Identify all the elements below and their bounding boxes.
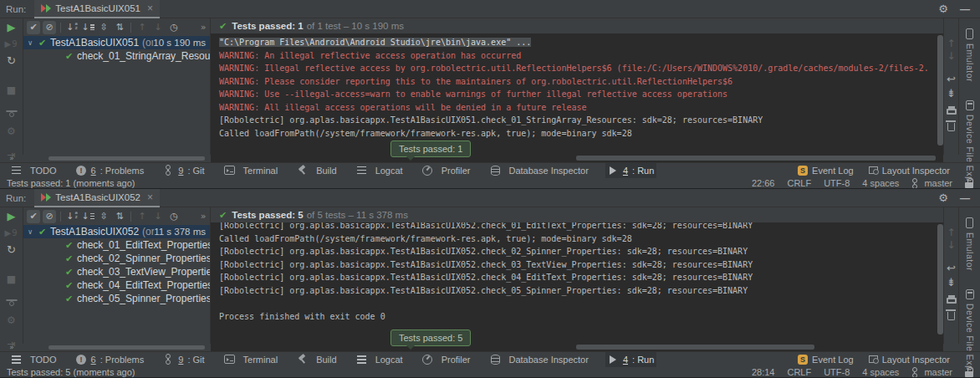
toolbar-problems[interactable]: 6: Problems [74,352,147,367]
toolbar-todo[interactable]: TODO [8,352,59,367]
next-occurrence-icon[interactable]: ↓ [947,240,955,251]
toggle-auto-test-icon[interactable]: ↻ [7,55,16,66]
expand-all-icon[interactable]: ⇳ [97,210,110,223]
caret-position[interactable]: 28:14 [752,367,775,377]
git-branch-widget[interactable]: master [911,178,952,189]
toolbar-logcat[interactable]: Logcat [354,163,406,178]
git-branch-widget[interactable]: master [911,367,952,378]
encoding-indicator[interactable]: UTF-8 [824,367,850,377]
event-log-button[interactable]: S Event Log [798,166,854,176]
soft-wrap-icon[interactable]: ↩ [947,263,956,273]
separator[interactable] [130,212,131,222]
show-ignored-icon[interactable]: ⊘ [43,21,56,34]
next-occurrence-icon[interactable]: ↓ [947,51,955,62]
run-tab[interactable]: TestA1BasicUIX051 × [34,0,160,18]
sidebar-item-emulator[interactable]: Emulator [965,217,975,271]
toolbar-git[interactable]: 9: Git [161,163,207,178]
clear-all-icon[interactable] [947,312,955,320]
test-settings-icon[interactable]: ⚙ [7,126,16,137]
toolbar-problems[interactable]: 6: Problems [74,163,147,178]
console-horizontal-scrollbar[interactable] [211,155,943,162]
sort-alphabetically-icon[interactable]: ↓ [65,210,79,223]
toolbar-database-inspector[interactable]: Database Inspector [487,163,591,178]
test-tree-row[interactable]: ✔ check_01_StringArray_Resources 10 s 19… [23,49,210,63]
hide-tool-window-icon[interactable]: — [960,3,970,15]
print-icon[interactable] [947,109,957,115]
test-tree-row[interactable]: ✔ check_05_Spinner_Properties 123 ms [23,292,210,305]
soft-wrap-icon[interactable]: ↩ [947,74,956,84]
console-vertical-scrollbar[interactable] [937,224,943,340]
rerun-failed-tests-icon[interactable]: ▶9 [4,38,18,49]
test-history-icon[interactable]: ◷ [167,210,181,223]
toolbar-profiler[interactable]: Profiler [420,163,473,178]
toolbar-overflow-chevron-icon[interactable]: » [199,21,207,34]
toolbar-build[interactable]: Build [294,352,339,367]
gear-icon[interactable]: ⚙ [938,3,948,15]
screenshot-icon[interactable] [6,110,18,112]
test-tree-row[interactable]: ∨ ✔ TestA1BasicUIX052 (org.aplas.basica … [23,225,210,238]
rerun-failed-tests-icon[interactable]: ▶9 [4,227,18,238]
separator[interactable] [130,23,131,33]
print-icon[interactable] [947,298,957,304]
layout-inspector-button[interactable]: Layout Inspector [869,166,950,176]
toolbar-build[interactable]: Build [294,163,339,178]
test-history-icon[interactable]: ◷ [167,21,181,34]
collapse-all-icon[interactable]: ⇅ [113,210,126,223]
console-output[interactable]: [Robolectric] org.aplas.basicappx.TestA1… [211,222,943,344]
line-ending-indicator[interactable]: CRLF [787,178,811,188]
rerun-tests-icon[interactable]: ▶ [8,211,16,222]
previous-failed-test-icon[interactable]: ↑ [135,210,149,223]
chevron-down-icon[interactable]: ∨ [28,227,38,236]
hide-tool-window-icon[interactable]: — [960,192,970,204]
previous-failed-test-icon[interactable]: ↑ [135,21,149,34]
toolbar-profiler[interactable]: Profiler [420,352,473,367]
next-failed-test-icon[interactable]: ↓ [151,210,165,223]
toolbar-logcat[interactable]: Logcat [354,352,406,367]
separator[interactable] [60,23,61,33]
layout-inspector-button[interactable]: Layout Inspector [869,355,950,365]
test-tree-row[interactable]: ✔ check_02_Spinner_Properties 250 ms [23,252,210,265]
indent-indicator[interactable]: 4 spaces [862,178,899,188]
sidebar-item-emulator[interactable]: Emulator [965,28,975,82]
unlocked-icon[interactable] [965,182,973,188]
close-icon[interactable]: × [147,192,153,203]
test-tree-row[interactable]: ∨ ✔ TestA1BasicUIX051 (org.aplas.basica … [23,36,210,49]
prev-occurrence-icon[interactable]: ↑ [947,227,955,238]
console-vertical-scrollbar[interactable] [937,35,943,151]
stop-icon[interactable]: ■ [7,274,16,285]
run-tab[interactable]: TestA1BasicUIX052 × [34,189,160,207]
toolbar-todo[interactable]: TODO [8,163,59,178]
caret-position[interactable]: 22:66 [752,178,775,188]
unlocked-icon[interactable] [965,371,973,377]
screenshot-icon[interactable] [6,299,18,301]
toolbar-overflow-chevron-icon[interactable]: » [199,210,207,223]
collapse-all-icon[interactable]: ⇅ [113,21,126,34]
sort-by-duration-icon[interactable]: ↓ [81,210,94,223]
test-tree-row[interactable]: ✔ check_01_EditText_Properties 10 s 711 … [23,238,210,252]
show-passed-icon[interactable]: ✔ [27,21,40,34]
toolbar-database-inspector[interactable]: Database Inspector [487,352,591,367]
scroll-to-end-icon[interactable]: ⇟ [947,277,956,288]
rerun-tests-icon[interactable]: ▶ [8,22,16,33]
toolbar-run[interactable]: 4: Run [605,163,656,178]
test-settings-icon[interactable]: ⚙ [7,315,16,326]
toolbar-run[interactable]: 4: Run [605,352,656,367]
next-failed-test-icon[interactable]: ↓ [151,21,165,34]
scroll-to-end-icon[interactable]: ⇟ [947,88,956,99]
stop-icon[interactable]: ■ [7,85,16,96]
indent-indicator[interactable]: 4 spaces [862,367,899,377]
clear-all-icon[interactable] [947,123,955,131]
expand-toolbar-chevron-icon[interactable]: » [0,344,23,351]
toolbar-terminal[interactable]: Terminal [222,163,281,178]
separator[interactable] [60,212,61,222]
chevron-down-icon[interactable]: ∨ [28,38,38,47]
tree-horizontal-scrollbar[interactable] [23,155,211,162]
show-ignored-icon[interactable]: ⊘ [43,210,56,223]
toolbar-git[interactable]: 9: Git [161,352,207,367]
show-passed-icon[interactable]: ✔ [27,210,40,223]
toggle-auto-test-icon[interactable]: ↻ [7,244,16,255]
prev-occurrence-icon[interactable]: ↑ [947,38,955,49]
console-horizontal-scrollbar[interactable] [211,344,943,351]
line-ending-indicator[interactable]: CRLF [787,367,811,377]
test-tree-row[interactable]: ✔ check_04_EditText_Properties 144 ms [23,278,210,292]
